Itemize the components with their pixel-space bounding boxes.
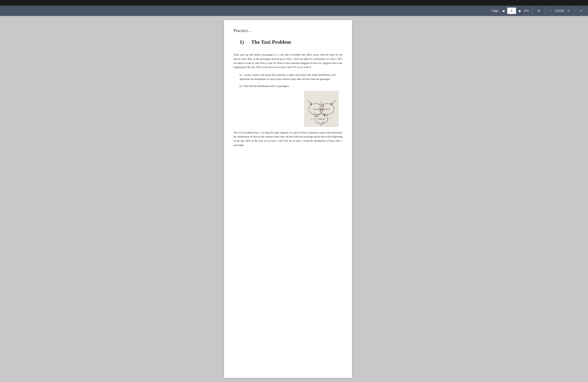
problem-heading-area: 1) The Taxi Problem bbox=[236, 39, 342, 49]
page-label: Page bbox=[492, 9, 498, 12]
expand-button[interactable]: ⤢ bbox=[578, 8, 584, 14]
main-area: Practice... 1) The Taxi Problem Taxis pi… bbox=[0, 16, 588, 382]
zoom-label: ZOOM bbox=[555, 9, 564, 12]
separator-1 bbox=[532, 8, 532, 14]
svg-text:.1: .1 bbox=[313, 115, 315, 117]
next-page-button[interactable]: ▶ bbox=[517, 8, 523, 14]
svg-text:Zone III: Zone III bbox=[318, 118, 325, 120]
total-pages-label: of 6 bbox=[524, 9, 529, 12]
svg-text:.2: .2 bbox=[311, 117, 312, 120]
zoom-in-button[interactable]: + bbox=[566, 8, 572, 14]
sub-a-label: a) Create a matrix that shows the transi… bbox=[240, 73, 336, 80]
zoom-out-button[interactable]: − bbox=[547, 8, 554, 14]
problem-title: The Taxi Problem bbox=[251, 39, 291, 45]
separator-3 bbox=[575, 8, 575, 14]
sub-item-b: b) Then find the distribution after 2 pa… bbox=[240, 84, 342, 88]
transition-diagram: Zone I Zone II Zone III .5 bbox=[304, 91, 338, 127]
reset-zoom-button[interactable]: ↺ bbox=[535, 8, 542, 14]
svg-text:.6: .6 bbox=[326, 114, 328, 116]
sub-item-a: a) Create a matrix that shows the transi… bbox=[240, 73, 342, 81]
page-number-input[interactable] bbox=[507, 8, 516, 14]
document-page: Practice... 1) The Taxi Problem Taxis pi… bbox=[224, 20, 352, 378]
svg-text:.5: .5 bbox=[307, 100, 309, 102]
svg-text:.4: .4 bbox=[321, 107, 322, 109]
svg-text:.4: .4 bbox=[320, 101, 322, 103]
top-black-bar bbox=[0, 0, 588, 6]
page-navigation-group: Page ◀ ▶ of 6 bbox=[492, 8, 529, 14]
sub-b-label: b) Then find the distribution after 2 pa… bbox=[240, 84, 290, 88]
part2-text: The TAXI problem Part 2: (Using the same… bbox=[234, 131, 342, 147]
svg-text:.3: .3 bbox=[329, 117, 330, 119]
page-container[interactable]: Practice... 1) The Taxi Problem Taxis pi… bbox=[0, 16, 576, 382]
problem-number: 1) bbox=[240, 39, 244, 45]
diagram-svg: Zone I Zone II Zone III .5 bbox=[305, 91, 338, 126]
svg-text:.2: .2 bbox=[320, 124, 322, 126]
toolbar: Page ◀ ▶ of 6 ↺ − ZOOM + ⤢ bbox=[0, 6, 588, 16]
svg-text:Zone I: Zone I bbox=[313, 108, 318, 110]
svg-text:Zone II: Zone II bbox=[324, 108, 330, 110]
problem-description: Taxis pick up and deliver passengers in … bbox=[234, 53, 342, 69]
svg-text:.3: .3 bbox=[334, 100, 335, 102]
right-sidebar bbox=[576, 16, 588, 382]
diagram-container: Zone I Zone II Zone III .5 bbox=[234, 91, 342, 127]
prev-page-button[interactable]: ◀ bbox=[500, 8, 506, 14]
page-title: Practice... bbox=[234, 28, 342, 33]
